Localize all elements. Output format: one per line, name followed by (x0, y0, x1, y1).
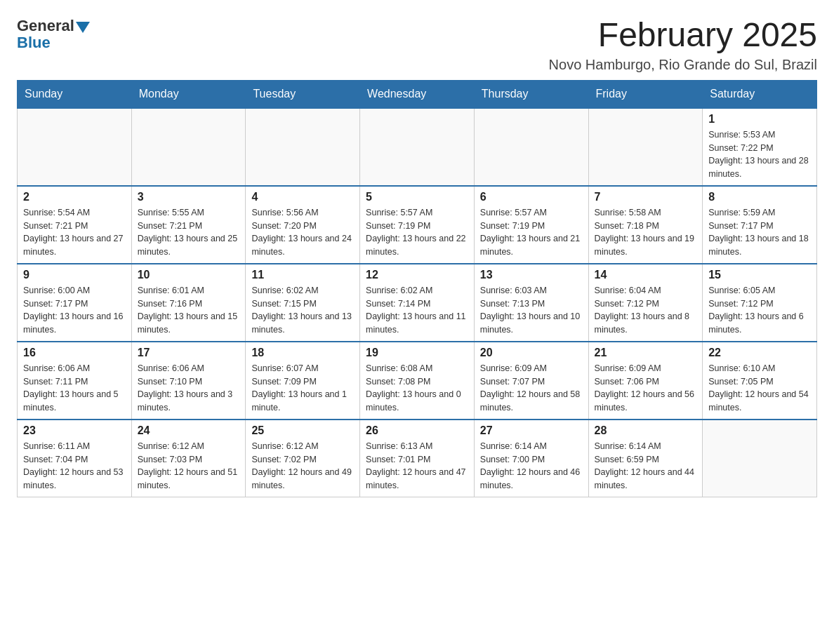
calendar-header-tuesday: Tuesday (246, 80, 360, 108)
calendar-cell: 1Sunrise: 5:53 AMSunset: 7:22 PMDaylight… (703, 108, 817, 186)
day-number: 25 (251, 424, 354, 437)
month-year-title: February 2025 (549, 17, 817, 54)
calendar-table: SundayMondayTuesdayWednesdayThursdayFrid… (17, 80, 817, 497)
calendar-cell: 6Sunrise: 5:57 AMSunset: 7:19 PMDaylight… (474, 186, 588, 264)
day-info: Sunrise: 6:02 AMSunset: 7:15 PMDaylight:… (251, 284, 354, 337)
calendar-week-row: 16Sunrise: 6:06 AMSunset: 7:11 PMDayligh… (18, 342, 817, 420)
day-number: 4 (251, 191, 354, 203)
day-number: 5 (366, 191, 468, 203)
calendar-week-row: 2Sunrise: 5:54 AMSunset: 7:21 PMDaylight… (18, 186, 817, 264)
calendar-cell: 28Sunrise: 6:14 AMSunset: 6:59 PMDayligh… (588, 420, 703, 497)
calendar-cell: 8Sunrise: 5:59 AMSunset: 7:17 PMDaylight… (703, 186, 817, 264)
calendar-cell: 27Sunrise: 6:14 AMSunset: 7:00 PMDayligh… (474, 420, 588, 497)
day-info: Sunrise: 5:57 AMSunset: 7:19 PMDaylight:… (366, 206, 468, 259)
day-info: Sunrise: 6:06 AMSunset: 7:10 PMDaylight:… (138, 362, 240, 415)
calendar-cell: 14Sunrise: 6:04 AMSunset: 7:12 PMDayligh… (588, 264, 703, 342)
day-number: 11 (251, 269, 354, 281)
calendar-cell: 9Sunrise: 6:00 AMSunset: 7:17 PMDaylight… (18, 264, 132, 342)
calendar-week-row: 1Sunrise: 5:53 AMSunset: 7:22 PMDaylight… (18, 108, 817, 186)
calendar-cell: 7Sunrise: 5:58 AMSunset: 7:18 PMDaylight… (588, 186, 703, 264)
calendar-cell: 4Sunrise: 5:56 AMSunset: 7:20 PMDaylight… (246, 186, 360, 264)
day-number: 15 (708, 269, 811, 281)
day-number: 12 (366, 269, 468, 281)
calendar-cell: 23Sunrise: 6:11 AMSunset: 7:04 PMDayligh… (18, 420, 132, 497)
day-number: 9 (23, 269, 126, 281)
calendar-header-wednesday: Wednesday (360, 80, 475, 108)
calendar-cell: 19Sunrise: 6:08 AMSunset: 7:08 PMDayligh… (360, 342, 475, 420)
calendar-cell (703, 420, 817, 497)
calendar-cell: 12Sunrise: 6:02 AMSunset: 7:14 PMDayligh… (360, 264, 475, 342)
calendar-cell: 13Sunrise: 6:03 AMSunset: 7:13 PMDayligh… (474, 264, 588, 342)
calendar-cell: 3Sunrise: 5:55 AMSunset: 7:21 PMDaylight… (131, 186, 246, 264)
day-number: 18 (251, 347, 354, 359)
day-number: 6 (480, 191, 583, 203)
calendar-cell: 20Sunrise: 6:09 AMSunset: 7:07 PMDayligh… (474, 342, 588, 420)
calendar-cell: 10Sunrise: 6:01 AMSunset: 7:16 PMDayligh… (131, 264, 246, 342)
day-info: Sunrise: 6:01 AMSunset: 7:16 PMDaylight:… (138, 284, 240, 337)
day-number: 10 (138, 269, 240, 281)
day-info: Sunrise: 6:02 AMSunset: 7:14 PMDaylight:… (366, 284, 468, 337)
day-info: Sunrise: 6:03 AMSunset: 7:13 PMDaylight:… (480, 284, 583, 337)
calendar-cell: 15Sunrise: 6:05 AMSunset: 7:12 PMDayligh… (703, 264, 817, 342)
day-number: 24 (138, 424, 240, 437)
day-info: Sunrise: 6:14 AMSunset: 7:00 PMDaylight:… (480, 440, 583, 492)
calendar-cell: 5Sunrise: 5:57 AMSunset: 7:19 PMDaylight… (360, 186, 475, 264)
logo-blue-text: Blue (17, 34, 51, 52)
day-number: 26 (366, 424, 468, 437)
day-info: Sunrise: 6:07 AMSunset: 7:09 PMDaylight:… (251, 362, 354, 415)
calendar-cell: 21Sunrise: 6:09 AMSunset: 7:06 PMDayligh… (588, 342, 703, 420)
calendar-header-thursday: Thursday (474, 80, 588, 108)
logo-arrow-icon (76, 22, 90, 33)
day-info: Sunrise: 6:00 AMSunset: 7:17 PMDaylight:… (23, 284, 126, 337)
day-number: 27 (480, 424, 583, 437)
calendar-cell (360, 108, 475, 186)
calendar-header-monday: Monday (131, 80, 246, 108)
calendar-header-friday: Friday (588, 80, 703, 108)
day-info: Sunrise: 6:04 AMSunset: 7:12 PMDaylight:… (595, 284, 697, 337)
calendar-week-row: 9Sunrise: 6:00 AMSunset: 7:17 PMDaylight… (18, 264, 817, 342)
day-info: Sunrise: 6:06 AMSunset: 7:11 PMDaylight:… (23, 362, 126, 415)
day-number: 14 (595, 269, 697, 281)
day-info: Sunrise: 6:14 AMSunset: 6:59 PMDaylight:… (595, 440, 697, 492)
logo: General Blue (17, 17, 90, 52)
day-info: Sunrise: 5:54 AMSunset: 7:21 PMDaylight:… (23, 206, 126, 259)
calendar-cell (131, 108, 246, 186)
calendar-cell: 26Sunrise: 6:13 AMSunset: 7:01 PMDayligh… (360, 420, 475, 497)
day-number: 17 (138, 347, 240, 359)
day-number: 1 (708, 113, 811, 126)
day-info: Sunrise: 6:08 AMSunset: 7:08 PMDaylight:… (366, 362, 468, 415)
day-number: 19 (366, 347, 468, 359)
day-info: Sunrise: 6:09 AMSunset: 7:06 PMDaylight:… (595, 362, 697, 415)
day-info: Sunrise: 6:12 AMSunset: 7:02 PMDaylight:… (251, 440, 354, 492)
day-number: 13 (480, 269, 583, 281)
calendar-header-saturday: Saturday (703, 80, 817, 108)
calendar-cell: 18Sunrise: 6:07 AMSunset: 7:09 PMDayligh… (246, 342, 360, 420)
calendar-week-row: 23Sunrise: 6:11 AMSunset: 7:04 PMDayligh… (18, 420, 817, 497)
calendar-cell: 2Sunrise: 5:54 AMSunset: 7:21 PMDaylight… (18, 186, 132, 264)
calendar-header-row: SundayMondayTuesdayWednesdayThursdayFrid… (18, 80, 817, 108)
day-number: 28 (595, 424, 697, 437)
calendar-cell (474, 108, 588, 186)
calendar-cell: 22Sunrise: 6:10 AMSunset: 7:05 PMDayligh… (703, 342, 817, 420)
calendar-cell (588, 108, 703, 186)
day-info: Sunrise: 6:13 AMSunset: 7:01 PMDaylight:… (366, 440, 468, 492)
calendar-cell: 16Sunrise: 6:06 AMSunset: 7:11 PMDayligh… (18, 342, 132, 420)
day-number: 20 (480, 347, 583, 359)
calendar-cell: 25Sunrise: 6:12 AMSunset: 7:02 PMDayligh… (246, 420, 360, 497)
day-info: Sunrise: 5:59 AMSunset: 7:17 PMDaylight:… (708, 206, 811, 259)
day-info: Sunrise: 6:10 AMSunset: 7:05 PMDaylight:… (708, 362, 811, 415)
day-info: Sunrise: 6:11 AMSunset: 7:04 PMDaylight:… (23, 440, 126, 492)
calendar-cell: 11Sunrise: 6:02 AMSunset: 7:15 PMDayligh… (246, 264, 360, 342)
calendar-cell (246, 108, 360, 186)
calendar-cell: 17Sunrise: 6:06 AMSunset: 7:10 PMDayligh… (131, 342, 246, 420)
calendar-cell: 24Sunrise: 6:12 AMSunset: 7:03 PMDayligh… (131, 420, 246, 497)
logo-general-text: General (17, 17, 74, 35)
day-number: 21 (595, 347, 697, 359)
day-info: Sunrise: 6:12 AMSunset: 7:03 PMDaylight:… (138, 440, 240, 492)
page-header: General Blue February 2025 Novo Hamburgo… (17, 17, 817, 73)
day-info: Sunrise: 6:05 AMSunset: 7:12 PMDaylight:… (708, 284, 811, 337)
day-number: 3 (138, 191, 240, 203)
day-number: 16 (23, 347, 126, 359)
location-subtitle: Novo Hamburgo, Rio Grande do Sul, Brazil (549, 57, 817, 73)
day-number: 22 (708, 347, 811, 359)
